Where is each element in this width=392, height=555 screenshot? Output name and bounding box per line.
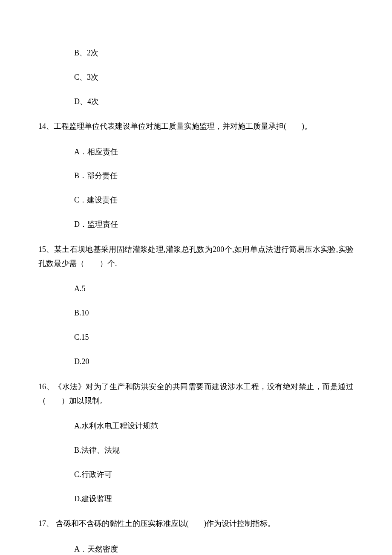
q17-text: 17、 含砾和不含砾的黏性土的压实标准应以( )作为设计控制指标。 [38, 517, 354, 531]
q15-text: 15、某土石坝地基采用固结灌浆处理,灌浆总孔数为200个,如用单点法进行简易压水… [38, 243, 354, 271]
q14-option-c: C．建设责任 [74, 194, 354, 206]
q13-option-c: C、3次 [74, 71, 354, 84]
q13-option-d: D、4次 [74, 95, 354, 108]
q15-option-c: C.15 [74, 331, 354, 344]
q15-option-a: A.5 [74, 283, 354, 295]
q14-option-d: D．监理责任 [74, 218, 354, 231]
q14-text: 14、工程监理单位代表建设单位对施工质量实施监理，并对施工质量承担( )。 [38, 119, 354, 133]
q16-text: 16、《水法》对为了生产和防洪安全的共同需要而建设涉水工程，没有绝对禁止，而是通… [38, 380, 354, 408]
document-page: B、2次 C、3次 D、4次 14、工程监理单位代表建设单位对施工质量实施监理，… [0, 0, 392, 555]
q16-option-a: A.水利水电工程设计规范 [74, 420, 354, 432]
q14-option-a: A．相应责任 [74, 146, 354, 158]
q16-option-d: D.建设监理 [74, 493, 354, 505]
q16-option-b: B.法律、法规 [74, 444, 354, 457]
q15-option-d: D.20 [74, 356, 354, 368]
q15-option-b: B.10 [74, 307, 354, 319]
q13-option-b: B、2次 [74, 47, 354, 59]
q16-option-c: C.行政许可 [74, 468, 354, 481]
q17-option-a: A．天然密度 [74, 543, 354, 555]
q14-option-b: B．部分责任 [74, 170, 354, 182]
